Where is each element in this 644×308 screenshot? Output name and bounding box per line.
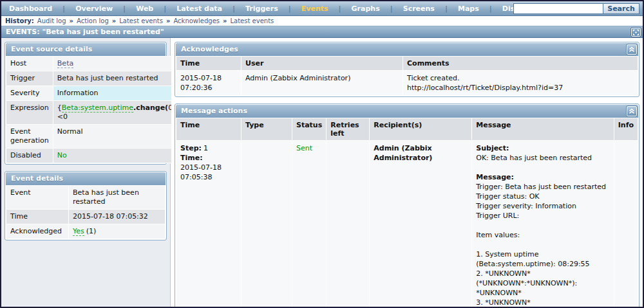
nav-item-latest-data[interactable]: Latest data xyxy=(158,5,227,13)
message-actions-title: Message actions xyxy=(181,107,247,115)
ma-subject-label: Subject: xyxy=(476,143,609,153)
ma-type-cell xyxy=(242,141,292,307)
host-link[interactable]: Beta xyxy=(57,59,73,68)
nav-item-web[interactable]: Web xyxy=(118,5,158,13)
ack-user: Admin (Zabbix Administrator) xyxy=(242,71,402,95)
table-header-row: Time User Comments xyxy=(176,57,638,70)
expression-function: .change( xyxy=(133,104,168,112)
acknowledged-yes-link[interactable]: Yes xyxy=(73,227,84,236)
table-row: Step:1 Time: 2015-07-18 07:05:38 Sent Ad… xyxy=(176,141,638,307)
ma-col-recipients: Recipient(s) xyxy=(370,118,471,140)
nav-item-events[interactable]: Events xyxy=(283,5,334,13)
expression-open: { xyxy=(57,104,62,112)
time-label: Time xyxy=(6,210,68,224)
expression-label: Expression xyxy=(6,101,53,124)
nav-item-graphs[interactable]: Graphs xyxy=(334,5,385,13)
message-actions-table: Time Type Status Retries left Recipient(… xyxy=(176,118,638,307)
right-column: Acknowledges Time User Comments 2015-0 xyxy=(171,38,643,307)
table-row: Acknowledged Yes(1) xyxy=(6,224,165,239)
ma-col-message: Message xyxy=(472,118,613,140)
history-link-latest-events-2[interactable]: Latest events xyxy=(220,17,274,24)
acknowledges-title: Acknowledges xyxy=(181,45,238,53)
ma-step-label: Step: xyxy=(180,144,202,152)
ma-retries-cell xyxy=(327,141,369,307)
nav-item-triggers[interactable]: Triggers xyxy=(227,5,283,13)
history-link-action-log[interactable]: Action log xyxy=(66,17,109,24)
event-generation-value: Normal xyxy=(53,125,185,148)
content-area: Event source details Host Beta Trigger B… xyxy=(1,38,643,307)
host-label: Host xyxy=(6,57,53,71)
table-row: Trigger Beta has just been restarted xyxy=(6,71,185,86)
ma-status-cell: Sent xyxy=(292,141,326,307)
ma-message-label: Message: xyxy=(476,172,609,182)
severity-label: Severity xyxy=(6,86,53,100)
history-link-latest-events-1[interactable]: Latest events xyxy=(109,17,163,24)
event-value: Beta has just been restarted xyxy=(69,186,165,209)
top-nav: Dashboard Overview Web Latest data Trigg… xyxy=(1,1,643,16)
event-generation-label: Event generation xyxy=(6,125,53,148)
history-label: History: xyxy=(5,17,34,24)
search-box: Search xyxy=(513,3,639,14)
event-details-title: Event details xyxy=(11,174,63,183)
ma-subject-value: OK: Beta has just been restarted xyxy=(476,153,609,163)
message-actions-panel: Message actions Time Type Status Retries… xyxy=(175,104,639,307)
trigger-value: Beta has just been restarted xyxy=(53,71,185,86)
ma-info-cell xyxy=(614,141,638,307)
ma-col-type: Type xyxy=(242,118,292,140)
ma-time-label: Time: xyxy=(180,153,237,163)
acknowledges-table: Time User Comments 2015-07-18 07:20:36 A… xyxy=(176,56,638,96)
ma-time-value: 2015-07-18 07:05:38 xyxy=(180,163,237,182)
ack-col-comments: Comments xyxy=(403,57,638,70)
expression-rest: <0 xyxy=(57,113,181,122)
search-button[interactable]: Search xyxy=(603,4,639,14)
fullscreen-button[interactable] xyxy=(631,28,641,37)
table-header-row: Time Type Status Retries left Recipient(… xyxy=(176,118,638,140)
acknowledged-label: Acknowledged xyxy=(6,224,68,239)
ack-time: 2015-07-18 07:20:36 xyxy=(176,71,241,95)
event-source-details-panel: Event source details Host Beta Trigger B… xyxy=(5,42,167,165)
nav-item-overview[interactable]: Overview xyxy=(57,5,118,13)
table-row: Disabled No xyxy=(6,149,185,163)
event-label: Event xyxy=(6,186,68,209)
collapse-icon xyxy=(629,108,635,114)
search-input[interactable] xyxy=(514,4,603,14)
ma-step-value: 1 xyxy=(204,144,208,152)
message-actions-header: Message actions xyxy=(176,105,638,118)
page-title-bar: EVENTS: "Beta has just been restarted" xyxy=(1,26,643,38)
table-row: Event Beta has just been restarted xyxy=(6,186,165,209)
ma-col-status: Status xyxy=(292,118,326,140)
message-actions-collapse-button[interactable] xyxy=(627,106,637,116)
nav-item-dashboard[interactable]: Dashboard xyxy=(4,5,57,13)
ma-col-time: Time xyxy=(176,118,241,140)
table-row: Time 2015-07-18 07:05:32 xyxy=(6,210,165,224)
table-row: 2015-07-18 07:20:36 Admin (Zabbix Admini… xyxy=(176,71,638,95)
disabled-value: No xyxy=(53,149,185,163)
time-value: 2015-07-18 07:05:32 xyxy=(69,210,165,224)
nav-item-screens[interactable]: Screens xyxy=(385,5,440,13)
event-details-table: Event Beta has just been restarted Time … xyxy=(6,185,166,239)
table-row: Severity Information xyxy=(6,86,185,100)
acknowledged-count: (1) xyxy=(86,227,97,235)
breadcrumb: History: Audit log Action log Latest eve… xyxy=(1,16,643,26)
event-details-panel: Event details Event Beta has just been r… xyxy=(5,171,167,240)
expression-item-link[interactable]: Beta:system.uptime xyxy=(62,104,133,113)
expression-value: {Beta:system.uptime.change(0)}<0 xyxy=(53,101,185,124)
trigger-label: Trigger xyxy=(6,71,53,86)
history-link-audit-log[interactable]: Audit log xyxy=(37,17,66,24)
acknowledges-header: Acknowledges xyxy=(176,43,638,56)
left-column: Event source details Host Beta Trigger B… xyxy=(1,38,171,307)
history-link-acknowledges[interactable]: Acknowledges xyxy=(163,17,220,24)
event-source-details-title: Event source details xyxy=(11,45,92,53)
zabbix-events-page: Dashboard Overview Web Latest data Trigg… xyxy=(0,0,644,308)
nav-item-maps[interactable]: Maps xyxy=(440,5,484,13)
acknowledges-collapse-button[interactable] xyxy=(627,44,637,55)
fullscreen-icon xyxy=(632,29,639,36)
ack-col-user: User xyxy=(242,57,402,70)
table-row: Expression {Beta:system.uptime.change(0)… xyxy=(6,101,185,124)
acknowledged-value: Yes(1) xyxy=(69,224,165,239)
event-details-header: Event details xyxy=(6,172,166,185)
page-title: EVENTS: "Beta has just been restarted" xyxy=(6,28,164,36)
ma-recipient-cell: Admin (Zabbix Administrator) xyxy=(370,141,471,307)
table-row: Event generation Normal xyxy=(6,125,185,148)
event-source-details-header: Event source details xyxy=(6,43,166,56)
